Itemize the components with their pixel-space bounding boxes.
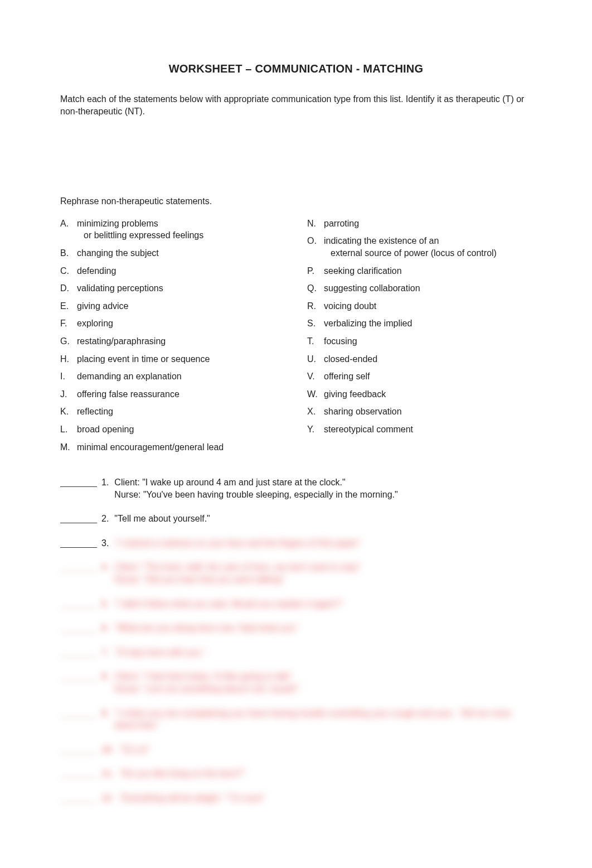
answer-blank[interactable] xyxy=(60,624,97,633)
option-item: I.demanding an explanation xyxy=(60,370,285,383)
q1-line1: Client: "I wake up around 4 am and just … xyxy=(114,476,532,489)
option-letter: W. xyxy=(307,388,324,401)
question-blurred: 11."Do you like living on the farm?" xyxy=(60,768,532,780)
option-letter: R. xyxy=(307,300,324,312)
option-letter: E. xyxy=(60,300,77,312)
option-text: suggesting collaboration xyxy=(324,282,532,295)
question-blurred: 12."Everything will be alright." "I'm su… xyxy=(60,792,532,804)
question-blurred: 7."I'll stay here with you." xyxy=(60,647,532,659)
worksheet-title: WORKSHEET – COMMUNICATION - MATCHING xyxy=(60,61,532,76)
answer-blank[interactable] xyxy=(60,539,97,548)
option-item: L.broad opening xyxy=(60,423,285,436)
answer-blank[interactable] xyxy=(60,563,97,572)
option-text: focusing xyxy=(324,335,532,348)
option-letter: Y. xyxy=(307,423,324,436)
question-text-blurred: Client: "The food, staff, the care of he… xyxy=(114,561,532,585)
option-letter: L. xyxy=(60,423,77,436)
option-text: parroting xyxy=(324,218,532,230)
option-text: verbalizing the implied xyxy=(324,317,532,330)
question-number: 10. xyxy=(101,744,114,756)
answer-blank[interactable] xyxy=(60,769,97,778)
answer-blank[interactable] xyxy=(60,745,97,754)
question-3: 3. "I noticed a redness on your face and… xyxy=(60,537,532,549)
option-text: reflecting xyxy=(77,406,285,418)
question-number: 9. xyxy=(101,707,109,720)
option-item: G.restating/paraphrasing xyxy=(60,335,285,348)
option-letter: S. xyxy=(307,317,324,330)
option-item: W. giving feedback xyxy=(307,388,532,401)
questions-section: 1. Client: "I wake up around 4 am and ju… xyxy=(60,476,532,804)
option-item: Q. suggesting collaboration xyxy=(307,282,532,295)
option-item: M. minimal encouragement/general lead xyxy=(60,441,285,454)
answer-blank[interactable] xyxy=(60,478,97,487)
question-text-blurred: "I noticed a redness on your face and th… xyxy=(114,537,532,549)
option-letter: U. xyxy=(307,353,324,365)
option-subtext: or belittling expressed feelings xyxy=(77,229,285,242)
answer-blank[interactable] xyxy=(60,648,97,657)
option-item: O.indicating the existence of anexternal… xyxy=(307,235,532,259)
option-letter: I. xyxy=(60,370,77,383)
option-text: giving feedback xyxy=(324,388,532,401)
option-item: H.placing event in time or sequence xyxy=(60,353,285,365)
answer-blank[interactable] xyxy=(60,672,97,681)
option-letter: P. xyxy=(307,265,324,277)
option-letter: O. xyxy=(307,235,324,259)
option-letter: B. xyxy=(60,247,77,259)
option-item: F.exploring xyxy=(60,317,285,330)
option-subtext: external source of power (locus of contr… xyxy=(324,247,532,259)
option-item: U. closed-ended xyxy=(307,353,532,365)
option-text: giving advice xyxy=(77,300,285,312)
answer-blank[interactable] xyxy=(60,514,97,523)
option-text: restating/paraphrasing xyxy=(77,335,285,348)
question-text: "Tell me about yourself." xyxy=(114,513,532,525)
option-item: T. focusing xyxy=(307,335,532,348)
answer-blank[interactable] xyxy=(60,794,97,803)
option-item: D.validating perceptions xyxy=(60,282,285,295)
question-text-blurred: "What are you doing here now. Said what … xyxy=(114,622,532,634)
question-text-blurred: "I didn't follow what you said. Would yo… xyxy=(114,598,532,610)
option-item: V. offering self xyxy=(307,370,532,383)
option-letter: X. xyxy=(307,406,324,418)
option-letter: M. xyxy=(60,441,77,454)
option-text: sharing observation xyxy=(324,406,532,418)
option-item: P.seeking clarification xyxy=(307,265,532,277)
option-letter: H. xyxy=(60,353,77,365)
option-item: Y. stereotypical comment xyxy=(307,423,532,436)
question-number: 11. xyxy=(101,768,114,780)
option-letter: A. xyxy=(60,218,77,242)
option-item: B.changing the subject xyxy=(60,247,285,259)
option-letter: D. xyxy=(60,282,77,295)
options-left-column: A.minimizing problemsor belittling expre… xyxy=(60,218,285,459)
question-text: Client: "I wake up around 4 am and just … xyxy=(114,476,532,500)
question-text-blurred: "Go on" xyxy=(119,744,532,756)
option-text: defending xyxy=(77,265,285,277)
question-blurred: 5."I didn't follow what you said. Would … xyxy=(60,598,532,610)
option-text: demanding an explanation xyxy=(77,370,285,383)
option-text: closed-ended xyxy=(324,353,532,365)
option-item: X. sharing observation xyxy=(307,406,532,418)
option-text: offering false reassurance xyxy=(77,388,285,401)
option-letter: F. xyxy=(60,317,77,330)
question-text-blurred: "Do you like living on the farm?" xyxy=(119,768,532,780)
question-text-blurred: "Everything will be alright." "I'm sure" xyxy=(119,792,532,804)
option-item: K. reflecting xyxy=(60,406,285,418)
answer-blank[interactable] xyxy=(60,600,97,609)
option-item: S. verbalizing the implied xyxy=(307,317,532,330)
option-letter: V. xyxy=(307,370,324,383)
question-1: 1. Client: "I wake up around 4 am and ju… xyxy=(60,476,532,500)
option-text: minimal encouragement/general lead xyxy=(77,441,285,454)
question-number: 5. xyxy=(101,598,109,610)
blurred-questions: 4.Client: "The food, staff, the care of … xyxy=(60,561,532,804)
answer-blank[interactable] xyxy=(60,709,97,718)
option-text: offering self xyxy=(324,370,532,383)
option-letter: K. xyxy=(60,406,77,418)
option-letter: Q. xyxy=(307,282,324,295)
option-item: N.parroting xyxy=(307,218,532,230)
question-text-blurred: Client: "I feel tired today. I'd like go… xyxy=(114,671,532,695)
option-text: changing the subject xyxy=(77,247,285,259)
option-item: R. voicing doubt xyxy=(307,300,532,312)
question-number: 2. xyxy=(101,513,109,525)
option-letter: T. xyxy=(307,335,324,348)
options-right-column: N.parrotingO.indicating the existence of… xyxy=(307,218,532,459)
question-number: 4. xyxy=(101,561,109,573)
